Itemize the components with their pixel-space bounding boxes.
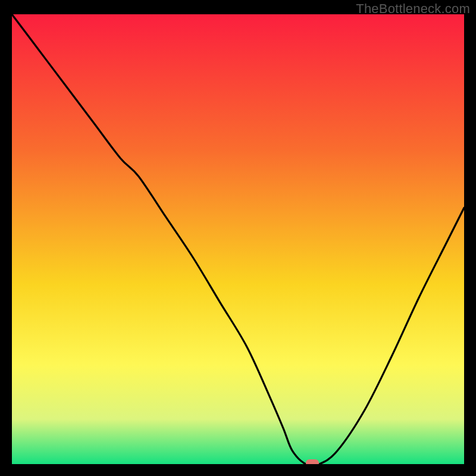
plot-area <box>12 14 464 464</box>
chart-frame: TheBottleneck.com <box>0 0 476 476</box>
watermark-text: TheBottleneck.com <box>356 1 470 17</box>
bottleneck-marker <box>306 459 319 464</box>
bottleneck-curve <box>12 14 464 464</box>
